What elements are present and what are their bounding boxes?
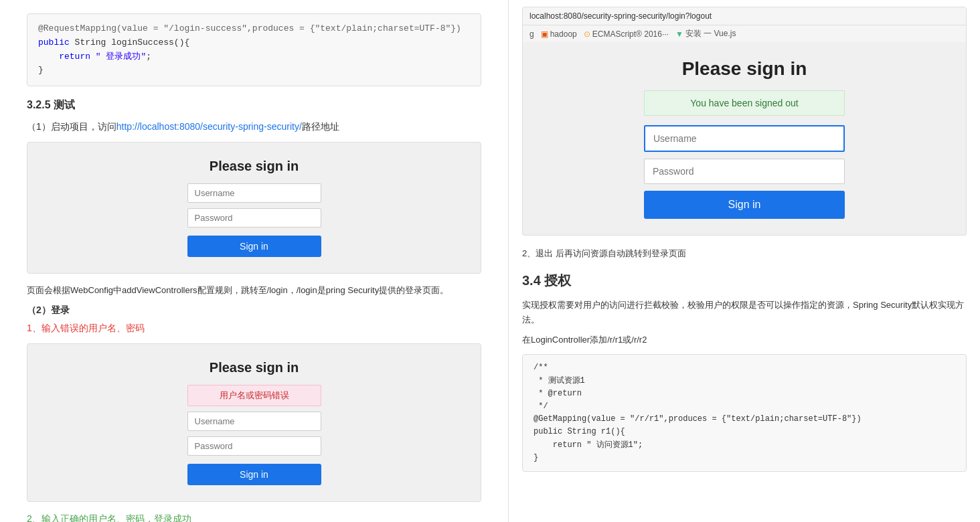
- login-error-message: 用户名或密码错误: [187, 385, 321, 406]
- vue-icon: ▼: [675, 29, 683, 39]
- browser-login-title: Please sign in: [682, 58, 807, 80]
- bookmark-hadoop: ▣ hadoop: [541, 29, 577, 39]
- red-label-1: 1、输入错误的用户名、密码: [27, 321, 481, 337]
- sub-label-login: （2）登录: [27, 304, 481, 317]
- login-box-1: Please sign in Sign in: [27, 142, 481, 274]
- para-1: （1）启动项目，访问http://localhost:8080/security…: [27, 119, 481, 135]
- note-2: 2、退出 后再访问资源自动跳转到登录页面: [522, 246, 967, 261]
- para-1-link[interactable]: http://localhost:8080/security-spring-se…: [116, 121, 302, 132]
- login-box-1-title: Please sign in: [210, 159, 299, 174]
- login-box-2-signin-button[interactable]: Sign in: [187, 464, 321, 485]
- para-1-prefix: （1）启动项目，访问: [27, 121, 116, 132]
- hadoop-icon: ▣: [541, 29, 548, 39]
- note-1: 页面会根据WebConfig中addViewControllers配置规则，跳转…: [27, 283, 481, 298]
- browser-url-bar: localhost:8080/security-spring-security/…: [522, 7, 967, 25]
- login-box-2: Please sign in 用户名或密码错误 Sign in: [27, 343, 481, 502]
- login-box-2-title: Please sign in: [210, 360, 299, 375]
- login-box-1-signin-button[interactable]: Sign in: [187, 236, 321, 257]
- bookmark-vue: ▼ 安装 一 Vue.js: [675, 28, 736, 39]
- browser-bookmarks-bar: g ▣ hadoop ⊙ ECMAScript® 2016··· ▼ 安装 一 …: [522, 25, 967, 42]
- login-box-1-password[interactable]: [187, 208, 321, 228]
- para-login-ctrl: 在LoginController添加/r/r1或/r/r2: [522, 333, 967, 347]
- login-box-2-password[interactable]: [187, 436, 321, 456]
- browser-login-page: Please sign in You have been signed out …: [522, 42, 967, 236]
- code-block-1: @RequestMapping(value = "/login-success"…: [27, 13, 481, 86]
- browser-signin-button[interactable]: Sign in: [644, 191, 845, 219]
- browser-username-input[interactable]: [644, 125, 845, 152]
- green-label-bottom: 2、输入正确的用户名、密码，登录成功: [27, 511, 481, 522]
- bookmark-ecma: ⊙ ECMAScript® 2016···: [584, 29, 669, 39]
- para-auth: 实现授权需要对用户的访问进行拦截校验，校验用户的权限是否可以操作指定的资源，Sp…: [522, 298, 967, 327]
- para-1-suffix: 路径地址: [302, 121, 339, 132]
- section-325-heading: 3.2.5 测试: [27, 98, 481, 112]
- login-box-2-username[interactable]: [187, 412, 321, 431]
- right-panel: localhost:8080/security-spring-security/…: [509, 0, 980, 522]
- section-34-heading: 3.4 授权: [522, 272, 967, 290]
- ecma-icon: ⊙: [584, 29, 590, 39]
- login-box-1-username[interactable]: [187, 183, 321, 203]
- code-block-auth: /** * 测试资源1 * @return */ @GetMapping(val…: [522, 354, 967, 472]
- left-panel: @RequestMapping(value = "/login-success"…: [0, 0, 509, 522]
- browser-password-input[interactable]: [644, 159, 845, 184]
- browser-url-text: localhost:8080/security-spring-security/…: [529, 11, 712, 21]
- signed-out-message: You have been signed out: [644, 90, 845, 116]
- bookmark-g: g: [529, 29, 534, 39]
